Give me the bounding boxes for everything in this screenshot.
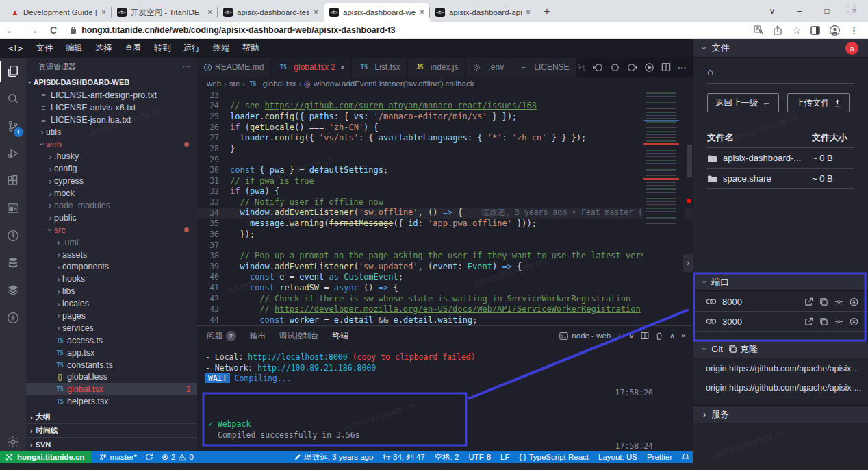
omnibox[interactable]: hongxi.titanide.cn/ide/web/coding/apisix… — [63, 25, 744, 35]
tree-folder[interactable]: ›cypress — [26, 175, 197, 187]
tab-close-icon[interactable]: × — [420, 8, 424, 17]
editor-scrollbar[interactable] — [686, 90, 693, 325]
tab-close-icon[interactable]: × — [101, 8, 106, 17]
project-root[interactable]: › APISIX-DASHBOARD-WEB — [26, 75, 197, 89]
panel-tab-终端[interactable]: 终端 — [333, 326, 348, 345]
upload-file-button[interactable]: 上传文件 — [787, 93, 850, 112]
menu-运行[interactable]: 运行 — [177, 39, 207, 58]
tree-folder[interactable]: ›hooks — [26, 273, 197, 285]
tab-close-icon[interactable]: × — [526, 8, 531, 17]
menu-选择[interactable]: 选择 — [89, 39, 118, 58]
terminal-dropdown-icon[interactable]: ∨ — [628, 331, 634, 341]
formatter-indicator[interactable]: Prettier — [647, 453, 672, 461]
branch-indicator[interactable]: master* — [99, 453, 137, 461]
editor-tab[interactable]: ≡LICENSE — [511, 58, 576, 77]
editor-more-icon[interactable]: ⋯ — [678, 62, 687, 73]
search-icon[interactable] — [0, 85, 26, 112]
browser-menu-chevron-icon[interactable]: ∨ — [758, 6, 786, 16]
port-number[interactable]: 8000 — [722, 297, 742, 307]
settings-gear-icon[interactable] — [0, 433, 26, 451]
port-settings-gear-icon[interactable] — [834, 317, 843, 326]
tree-file[interactable]: TSglobal.tsx2 — [26, 383, 197, 395]
extensions-icon[interactable] — [0, 167, 26, 195]
breadcrumb-segment[interactable]: src — [229, 79, 240, 88]
breadcrumb-segment[interactable]: window.addEventListener('sw.offline') ca… — [314, 79, 474, 88]
open-external-icon[interactable] — [804, 317, 813, 326]
tree-folder[interactable]: ›web — [26, 138, 197, 151]
forward-icon[interactable]: → — [28, 25, 38, 36]
reload-icon[interactable]: C — [50, 25, 57, 36]
menu-转到[interactable]: 转到 — [148, 39, 177, 58]
tree-file[interactable]: TSconstants.ts — [26, 359, 197, 371]
explorer-more-icon[interactable]: ⋯ — [182, 62, 190, 71]
back-icon[interactable]: ← — [6, 25, 16, 36]
sync-indicator[interactable] — [145, 453, 153, 461]
tree-file[interactable]: {}global.less — [26, 371, 197, 383]
breadcrumb-segment[interactable]: global.tsx — [263, 79, 296, 88]
tree-folder[interactable]: ›.umi — [26, 236, 197, 249]
files-section-header[interactable]: › 文件 a — [693, 39, 868, 58]
sidebar-section-SVN[interactable]: ›SVN — [26, 437, 197, 451]
encoding[interactable]: UTF-8 — [468, 453, 491, 461]
file-list-row[interactable]: apisix-dashboard-...~ 0 B — [707, 148, 854, 169]
git-section-header[interactable]: › Git 克隆 — [693, 340, 868, 358]
browser-tab[interactable]: <t>apisix-dashboard-test - TitanID× — [218, 3, 324, 22]
side-panel-icon[interactable] — [810, 26, 820, 35]
tree-folder[interactable]: ›assets — [26, 249, 197, 261]
tree-file[interactable]: ≡LICENSE-antvis-x6.txt — [26, 101, 197, 114]
tree-file[interactable]: TSaccess.ts — [26, 334, 197, 347]
split-editor-icon[interactable] — [661, 62, 671, 72]
language-mode[interactable]: { }TypeScript React — [520, 453, 589, 461]
tree-folder[interactable]: ›node_modules — [26, 199, 197, 212]
translate-icon[interactable] — [754, 25, 763, 35]
close-panel-icon[interactable]: × — [681, 332, 686, 340]
blame-indicator[interactable]: 琚致远, 3 years ago — [294, 452, 373, 462]
git-clone-button[interactable]: 克隆 — [728, 343, 758, 356]
run-debug-icon[interactable] — [0, 140, 26, 167]
tree-folder[interactable]: ›config — [26, 162, 197, 175]
browser-tab[interactable]: ▲Development Guide | Apache× — [5, 3, 112, 22]
profile-avatar-icon[interactable] — [830, 25, 840, 36]
split-terminal-icon[interactable] — [641, 332, 649, 340]
port-number[interactable]: 3000 — [722, 317, 742, 327]
close-port-icon[interactable] — [850, 317, 858, 326]
tree-file[interactable]: ≡LICENSE-ant-design-pro.txt — [26, 89, 197, 101]
menu-编辑[interactable]: 编辑 — [60, 39, 89, 58]
editor-tab[interactable]: JSindex.js — [408, 58, 466, 77]
git-remote-row[interactable]: origin https://github.com/apache/apisix-… — [693, 378, 868, 397]
copy-icon[interactable] — [819, 297, 828, 306]
sidebar-section-时间线[interactable]: ›时间线 — [26, 423, 197, 437]
new-tab-button[interactable]: + — [539, 3, 555, 20]
explorer-icon[interactable] — [0, 58, 26, 85]
tree-file[interactable]: TSapp.tsx — [26, 347, 197, 359]
breadcrumb[interactable]: web›src›TSglobal.tsx›◎window.addEventLis… — [197, 77, 693, 90]
database-icon[interactable] — [0, 249, 26, 277]
browser-tab[interactable]: <t>开发空间 - TitanIDE× — [112, 3, 218, 22]
editor-tab[interactable]: TSList.tsx — [352, 58, 407, 77]
menu-查看[interactable]: 查看 — [118, 39, 148, 58]
code-editor[interactable]: 2324// see https://github.com/suren-atoy… — [197, 90, 693, 325]
panel-tab-输出[interactable]: 输出 — [250, 326, 266, 345]
close-port-icon[interactable] — [850, 297, 858, 306]
browser-tab[interactable]: <t>apisix-dashboard-web - TitanI× — [324, 3, 430, 22]
tree-folder[interactable]: ›.husky — [26, 150, 197, 162]
tree-file[interactable]: TShelpers.tsx — [26, 395, 197, 408]
services-section-header[interactable]: › 服务 — [693, 405, 868, 423]
terminal-session[interactable]: node - web — [559, 332, 611, 341]
run-file-icon[interactable] — [644, 62, 654, 73]
maximize-panel-icon[interactable]: ∧ — [669, 331, 675, 341]
tree-folder[interactable]: ›src — [26, 224, 197, 236]
local-url[interactable]: http://localhost:8000 — [248, 352, 347, 362]
new-terminal-icon[interactable]: + — [617, 330, 622, 341]
editor-tab[interactable]: iREADME.md — [197, 58, 271, 77]
sidebar-section-大纲[interactable]: ›大纲 — [26, 410, 197, 423]
menu-文件[interactable]: 文件 — [30, 39, 60, 58]
tab-close-icon[interactable]: × — [207, 8, 212, 17]
tree-folder[interactable]: ›public — [26, 212, 197, 224]
network-url[interactable]: http://100.89.21.186:8000 — [257, 363, 376, 373]
source-control-icon[interactable]: 1 — [0, 112, 26, 140]
editor-tab[interactable]: .env — [466, 58, 512, 77]
menu-帮助[interactable]: 帮助 — [236, 39, 266, 58]
avatar-badge[interactable]: a — [845, 42, 858, 55]
bookmark-star-icon[interactable]: ☆ — [792, 25, 801, 36]
